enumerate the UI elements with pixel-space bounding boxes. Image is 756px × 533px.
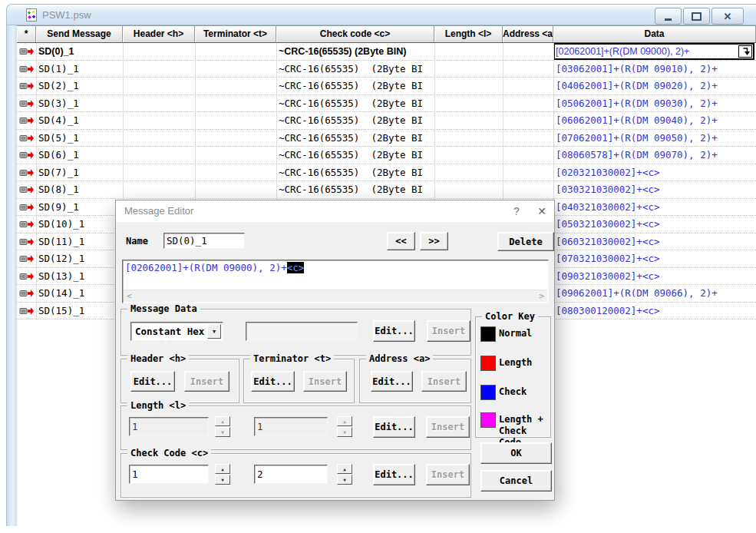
- header-edit-button[interactable]: Edit...: [130, 371, 175, 392]
- dialog-close-icon[interactable]: ✕: [530, 200, 554, 222]
- spin-up-icon[interactable]: ▲: [215, 416, 230, 426]
- message-editor-dialog: Message Editor ? ✕ Name << >> Delete [02…: [115, 200, 555, 501]
- spin-down-icon[interactable]: ▼: [337, 475, 352, 485]
- check-code-cell: ~CRC-16(65535) (2Byte BI: [279, 61, 434, 78]
- row-icon: [19, 81, 35, 93]
- spin-up-icon[interactable]: ▲: [215, 464, 230, 474]
- data-cell: [060321030002]+<c>: [556, 233, 754, 250]
- check-code-group-label: Check Code <c>: [127, 448, 211, 459]
- check-value2-spinner: ▲ ▼: [337, 464, 352, 485]
- data-cell-dropdown-button[interactable]: [738, 45, 752, 58]
- send-message-name-cell: SD(4)_1: [38, 112, 121, 129]
- send-message-name-cell: SD(2)_1: [38, 78, 121, 94]
- column-header[interactable]: Check code <c>: [276, 26, 434, 42]
- column-header[interactable]: *: [17, 26, 36, 42]
- column-header[interactable]: Terminator <t>: [195, 26, 276, 42]
- row-icon: [19, 306, 35, 318]
- table-row[interactable]: SD(7)_1~CRC-16(65535) (2Byte BI[02032103…: [17, 164, 756, 182]
- data-cell: [04062001]+(R(DM 09020), 2)+: [556, 78, 754, 94]
- spin-up-icon[interactable]: ▲: [337, 464, 352, 474]
- length-value1-input[interactable]: [129, 417, 209, 436]
- help-icon[interactable]: ?: [505, 200, 528, 222]
- send-message-icon: [19, 254, 35, 263]
- table-row[interactable]: SD(0)_1~CRC-16(65535) (2Byte BIN)[020620…: [17, 43, 756, 61]
- check-code-cell: ~CRC-16(65535) (2Byte BI: [279, 147, 434, 164]
- send-message-name-cell: SD(5)_1: [38, 130, 121, 147]
- delete-button[interactable]: Delete: [497, 232, 554, 251]
- row-icon: [19, 168, 35, 180]
- terminator-edit-button[interactable]: Edit...: [251, 371, 295, 392]
- terminator-group-label: Terminator <t>: [250, 353, 334, 364]
- data-type-combobox[interactable]: Constant Hex ▼: [130, 322, 223, 341]
- terminator-insert-button[interactable]: Insert: [303, 371, 347, 392]
- message-text-normal: [02062001]+(R(DM 09000), 2)+: [125, 262, 287, 273]
- spin-down-icon[interactable]: ▼: [215, 475, 230, 485]
- send-message-name-cell: SD(7)_1: [38, 164, 121, 181]
- chevron-down-icon[interactable]: ▼: [207, 324, 221, 339]
- address-insert-button[interactable]: Insert: [421, 371, 467, 392]
- length-edit-button[interactable]: Edit...: [373, 416, 415, 438]
- header-group-label: Header <h>: [127, 353, 189, 364]
- message-text: [02062001]+(R(DM 09000), 2)+<c>: [125, 262, 304, 273]
- send-message-icon: [19, 203, 35, 212]
- name-input[interactable]: [163, 233, 245, 249]
- send-message-icon: [19, 65, 35, 74]
- check-insert-button[interactable]: Insert: [426, 464, 470, 485]
- selected-cell-outline: [553, 43, 754, 60]
- message-data-edit-button[interactable]: Edit...: [373, 320, 415, 342]
- spin-down-icon[interactable]: ▼: [337, 427, 352, 437]
- data-cell: [08060578]+(R(DM 09070), 2)+: [556, 147, 754, 164]
- table-row[interactable]: SD(5)_1~CRC-16(65535) (2Byte BI[07062001…: [17, 130, 756, 147]
- row-icon: [19, 151, 35, 162]
- message-data-value-input[interactable]: [246, 322, 358, 341]
- color-key-item-label: Length: [499, 357, 532, 369]
- column-header[interactable]: Address <a>: [503, 26, 553, 42]
- header-insert-button[interactable]: Insert: [184, 371, 229, 392]
- row-icon: [19, 47, 35, 58]
- color-key-item-label: Normal: [499, 328, 532, 339]
- column-header[interactable]: Data: [553, 26, 756, 42]
- spin-down-icon[interactable]: ▼: [215, 427, 230, 437]
- check-value1-input[interactable]: [129, 465, 209, 484]
- message-text-selected: <c>: [287, 262, 305, 273]
- table-row[interactable]: SD(6)_1~CRC-16(65535) (2Byte BI[08060578…: [17, 147, 756, 164]
- address-edit-button[interactable]: Edit...: [371, 371, 413, 392]
- cancel-button[interactable]: Cancel: [480, 470, 552, 492]
- send-message-icon: [19, 134, 35, 143]
- row-icon: [19, 185, 35, 197]
- send-message-name-cell: SD(3)_1: [38, 95, 121, 112]
- color-swatch: [480, 356, 496, 371]
- spin-up-icon[interactable]: ▲: [337, 416, 352, 426]
- next-message-button[interactable]: >>: [420, 232, 448, 250]
- column-header[interactable]: Header <h>: [123, 26, 195, 42]
- scroll-right-icon[interactable]: >: [536, 290, 547, 302]
- message-horizontal-scrollbar[interactable]: < >: [124, 290, 547, 302]
- check-code-cell: ~CRC-16(65535) (2Byte BI: [279, 164, 434, 181]
- scroll-left-icon[interactable]: <: [124, 290, 135, 302]
- check-value1-spinner: ▲ ▼: [215, 464, 230, 485]
- column-header[interactable]: Length <l>: [434, 26, 503, 42]
- application-window: PSW1.psw ✕ *Send MessageHeader <h>Termin…: [0, 0, 756, 533]
- table-row[interactable]: SD(1)_1~CRC-16(65535) (2Byte BI[03062001…: [17, 61, 756, 78]
- previous-message-button[interactable]: <<: [387, 232, 415, 250]
- table-row[interactable]: SD(3)_1~CRC-16(65535) (2Byte BI[05062001…: [17, 95, 756, 113]
- length-value2-input[interactable]: [254, 417, 328, 436]
- row-icon: [19, 99, 35, 111]
- table-row[interactable]: SD(8)_1~CRC-16(65535) (2Byte BI[03032103…: [17, 181, 756, 199]
- send-message-name-cell: SD(9)_1: [38, 199, 121, 216]
- message-data-insert-button[interactable]: Insert: [427, 320, 470, 342]
- check-value2-input[interactable]: [254, 465, 328, 484]
- column-header[interactable]: Send Message: [36, 26, 123, 42]
- table-row[interactable]: SD(4)_1~CRC-16(65535) (2Byte BI[06062001…: [17, 112, 756, 130]
- ok-button[interactable]: OK: [480, 442, 552, 464]
- table-row[interactable]: SD(2)_1~CRC-16(65535) (2Byte BI[04062001…: [17, 78, 756, 95]
- send-message-name-cell: SD(12)_1: [38, 250, 121, 267]
- send-message-icon: [19, 47, 35, 56]
- maximize-button[interactable]: [683, 8, 710, 25]
- check-edit-button[interactable]: Edit...: [373, 464, 415, 485]
- length-insert-button[interactable]: Insert: [426, 416, 470, 438]
- close-button[interactable]: ✕: [711, 8, 744, 25]
- message-edit-box[interactable]: [02062001]+(R(DM 09000), 2)+<c> < >: [122, 260, 549, 303]
- data-cell: [040321030002]+<c>: [556, 199, 754, 216]
- minimize-button[interactable]: [655, 8, 682, 25]
